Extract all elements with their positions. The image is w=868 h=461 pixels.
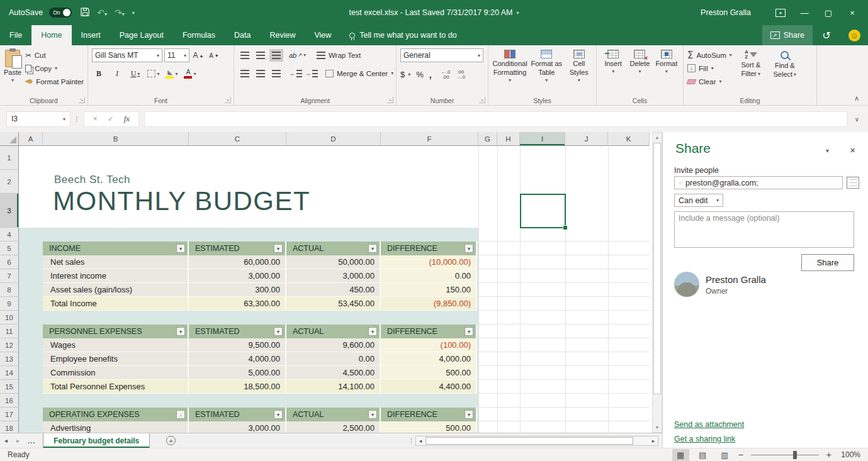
table-header-cell[interactable]: ACTUAL▾ bbox=[286, 408, 381, 421]
tab-data[interactable]: Data bbox=[225, 25, 260, 45]
cancel-icon[interactable]: × bbox=[93, 114, 98, 123]
scroll-down-icon[interactable]: ▼ bbox=[653, 423, 662, 432]
table-cell[interactable]: 5,000.00 bbox=[189, 366, 286, 380]
table-cell[interactable]: 9,600.00 bbox=[286, 338, 381, 352]
align-center-button[interactable] bbox=[254, 67, 268, 80]
table-total-cell[interactable]: 63,300.00 bbox=[189, 297, 286, 311]
column-header-d[interactable]: D bbox=[286, 132, 381, 146]
decrease-decimal-button[interactable]: .00→.0 bbox=[456, 70, 465, 80]
table-header-cell[interactable]: ESTIMATED▾ bbox=[189, 242, 286, 255]
align-middle-button[interactable] bbox=[254, 49, 268, 62]
row-header-13[interactable]: 13 bbox=[0, 352, 19, 366]
sheet-title-cell[interactable]: MONTHLY BUDGET bbox=[53, 186, 310, 216]
zoom-out-icon[interactable]: − bbox=[738, 450, 743, 460]
table-cell[interactable]: Interest income bbox=[43, 269, 189, 283]
copy-button[interactable]: Copy▾ bbox=[25, 62, 84, 75]
save-icon[interactable] bbox=[81, 8, 89, 18]
align-right-button[interactable] bbox=[269, 67, 283, 80]
sort-filter-button[interactable]: AZ Sort &Filter▾ bbox=[736, 48, 766, 95]
scroll-up-icon[interactable]: ▲ bbox=[653, 133, 662, 142]
ribbon-display-options-icon[interactable]: ▴ bbox=[770, 0, 791, 25]
row-header-10[interactable]: 10 bbox=[0, 311, 19, 325]
address-book-icon[interactable] bbox=[847, 177, 859, 189]
table-cell[interactable]: (10,000.00) bbox=[381, 255, 477, 269]
column-header-j[interactable]: J bbox=[565, 132, 608, 146]
find-select-button[interactable]: Find &Select▾ bbox=[770, 48, 800, 95]
normal-view-icon[interactable]: ▦ bbox=[672, 449, 689, 461]
align-left-button[interactable] bbox=[238, 67, 252, 80]
conditional-formatting-button[interactable]: ConditionalFormatting▾ bbox=[492, 48, 527, 95]
row-header-5[interactable]: 5 bbox=[0, 242, 19, 255]
column-header-f[interactable]: F bbox=[381, 132, 478, 146]
table-total-cell[interactable]: 18,500.00 bbox=[189, 380, 286, 394]
table-cell[interactable]: 9,500.00 bbox=[189, 338, 286, 352]
user-name[interactable]: Preston Gralla bbox=[701, 8, 751, 17]
number-format-combo[interactable]: General▾ bbox=[400, 48, 483, 62]
filter-icon[interactable]: ▾ bbox=[176, 244, 185, 253]
orientation-button[interactable]: ab↗▾ bbox=[289, 49, 306, 62]
column-header-h[interactable]: H bbox=[497, 132, 520, 146]
align-bottom-button[interactable] bbox=[269, 49, 283, 62]
merge-center-button[interactable]: Merge & Center▾ bbox=[325, 67, 393, 80]
filter-icon[interactable]: ▾ bbox=[368, 410, 377, 419]
percent-style-button[interactable]: % bbox=[416, 70, 424, 79]
table-cell[interactable]: 3,000.00 bbox=[189, 421, 286, 433]
row-header-3-selected[interactable]: 3 bbox=[0, 194, 19, 228]
row-header-4[interactable]: 4 bbox=[0, 228, 19, 242]
table-cell[interactable]: 500.00 bbox=[381, 421, 477, 433]
zoom-slider-thumb[interactable] bbox=[793, 451, 797, 459]
filter-icon[interactable]: ▾ bbox=[176, 327, 185, 336]
format-cells-button[interactable]: Format▾ bbox=[654, 48, 679, 95]
filter-icon[interactable]: ▾ bbox=[274, 244, 283, 253]
row-header-7[interactable]: 7 bbox=[0, 269, 19, 283]
column-header-a[interactable]: A bbox=[19, 132, 43, 146]
table-header-cell[interactable]: ESTIMATED▾ bbox=[189, 408, 286, 421]
vertical-scroll-thumb[interactable] bbox=[653, 143, 661, 394]
table-total-cell[interactable]: 4,400.00 bbox=[381, 380, 477, 394]
column-header-i-selected[interactable]: I bbox=[520, 132, 565, 146]
sheet-tab-active[interactable]: February budget details bbox=[43, 433, 150, 448]
restore-button[interactable]: ▢ bbox=[818, 0, 839, 25]
namebox-splitter[interactable]: ⁞ bbox=[76, 114, 79, 124]
tab-review[interactable]: Review bbox=[260, 25, 305, 45]
table-cell[interactable]: 150.00 bbox=[381, 283, 477, 297]
table-cell[interactable]: 4,000.00 bbox=[189, 352, 286, 366]
accounting-format-button[interactable]: $▾ bbox=[400, 68, 410, 81]
row-header-1[interactable]: 1 bbox=[0, 146, 19, 170]
table-total-cell[interactable]: 53,450.00 bbox=[286, 297, 381, 311]
page-layout-view-icon[interactable]: ▤ bbox=[694, 449, 711, 461]
customize-toolbar-icon[interactable]: ▾ bbox=[132, 10, 135, 16]
row-header-16[interactable]: 16 bbox=[0, 394, 19, 408]
format-as-table-button[interactable]: Format asTable▾ bbox=[530, 48, 563, 95]
table-cell[interactable]: 300.00 bbox=[189, 283, 286, 297]
decrease-indent-button[interactable]: ← bbox=[289, 67, 303, 80]
select-all-corner[interactable] bbox=[0, 132, 19, 146]
align-top-button[interactable] bbox=[238, 49, 252, 62]
fill-color-button[interactable]: ◣▾ bbox=[165, 67, 179, 80]
row-header-14[interactable]: 14 bbox=[0, 366, 19, 380]
share-submit-button[interactable]: Share bbox=[801, 254, 854, 271]
increase-indent-button[interactable]: → bbox=[305, 67, 318, 80]
table-header-cell[interactable]: DIFFERENCE▾ bbox=[381, 325, 477, 338]
message-input[interactable] bbox=[674, 211, 854, 248]
table-cell[interactable]: Employee benefits bbox=[43, 352, 189, 366]
table-cell[interactable]: 500.00 bbox=[381, 366, 477, 380]
zoom-slider[interactable] bbox=[751, 455, 819, 455]
clipboard-dialog-launcher[interactable]: ↘ bbox=[79, 97, 85, 103]
number-dialog-launcher[interactable]: ↘ bbox=[479, 97, 485, 103]
format-painter-button[interactable]: Format Painter bbox=[25, 75, 84, 88]
shrink-font-button[interactable]: A▼ bbox=[207, 49, 221, 62]
table-total-cell[interactable]: Total Personnel Expenses bbox=[43, 380, 189, 394]
collapse-ribbon-icon[interactable]: ∧ bbox=[854, 94, 859, 103]
table-cell[interactable]: 0.00 bbox=[381, 269, 477, 283]
table-header-cell[interactable]: DIFFERENCE▾ bbox=[381, 408, 477, 421]
table-total-cell[interactable]: Total Income bbox=[43, 297, 189, 311]
increase-decimal-button[interactable]: ←.0.00 bbox=[441, 70, 451, 80]
page-break-view-icon[interactable]: ▥ bbox=[716, 449, 733, 461]
filter-icon[interactable]: ▾ bbox=[465, 244, 473, 253]
tabbar-splitter[interactable]: ⁞ bbox=[410, 436, 413, 445]
send-as-attachment-link[interactable]: Send as attachment bbox=[674, 420, 744, 429]
row-header-6[interactable]: 6 bbox=[0, 255, 19, 269]
alignment-dialog-launcher[interactable]: ↘ bbox=[387, 97, 393, 103]
table-header-cell[interactable]: DIFFERENCE▾ bbox=[381, 242, 477, 255]
